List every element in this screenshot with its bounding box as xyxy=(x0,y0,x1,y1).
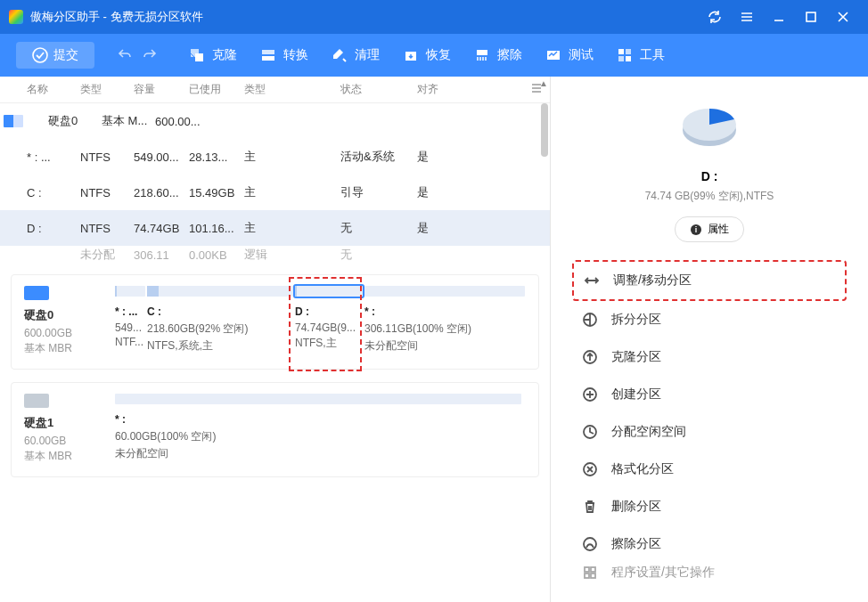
allocate-icon xyxy=(581,423,599,441)
resize-icon xyxy=(583,272,601,289)
refresh-icon[interactable] xyxy=(699,0,731,34)
partition-bar-segment[interactable] xyxy=(147,286,293,297)
action-resize[interactable]: 调整/移动分区 xyxy=(572,260,847,301)
action-label: 删除分区 xyxy=(611,499,661,515)
cell: 未分配 xyxy=(80,247,134,263)
drive-name: D : xyxy=(701,169,718,183)
table-partition-row[interactable]: 未分配306.110.00KB逻辑无 xyxy=(0,246,550,264)
action-label: 格式化分区 xyxy=(611,461,674,477)
disk-info: 硬盘160.00GB基本 MBR xyxy=(24,394,104,466)
svg-rect-25 xyxy=(585,574,589,578)
cell: 15.49GB xyxy=(189,186,244,199)
split-icon xyxy=(581,311,599,329)
recover-icon xyxy=(403,47,419,63)
action-more[interactable]: 程序设置/其它操作 xyxy=(572,563,847,582)
action-label: 创建分区 xyxy=(611,386,661,403)
disk-map-area: 硬盘0600.00GB基本 MBR * : ...549...NTF...C :… xyxy=(0,264,550,602)
disk-icon xyxy=(4,115,23,127)
cell: 活动&系统 xyxy=(340,149,417,165)
scroll-up-icon[interactable]: ▲ xyxy=(539,78,548,87)
menu-icon[interactable] xyxy=(731,0,763,34)
partition-bar-segment[interactable] xyxy=(364,286,525,297)
cell: 基本 M... xyxy=(102,113,155,129)
left-panel: 名称 类型 容量 已使用 类型 状态 对齐 硬盘0基本 M...600.00..… xyxy=(0,77,551,602)
svg-rect-10 xyxy=(626,49,631,54)
minimize-icon[interactable] xyxy=(763,0,795,34)
svg-rect-23 xyxy=(585,567,589,572)
clean-icon xyxy=(332,47,348,63)
tool-convert[interactable]: 转换 xyxy=(260,47,308,63)
cell: 主 xyxy=(244,149,340,165)
cell: 是 xyxy=(417,149,462,165)
toolbar: 提交 克隆 转换 清理 恢复 擦除 测试 工具 xyxy=(0,34,868,77)
action-split[interactable]: 拆分分区 xyxy=(572,301,847,338)
action-wipe[interactable]: 擦除分区 xyxy=(572,525,847,563)
action-label: 克隆分区 xyxy=(611,349,661,365)
col-status[interactable]: 状态 xyxy=(340,82,417,97)
app-title: 傲梅分区助手 - 免费无损分区软件 xyxy=(30,9,203,25)
action-label: 擦除分区 xyxy=(611,536,661,552)
cell: 306.11 xyxy=(134,248,189,262)
partition-bar-segment[interactable] xyxy=(115,286,145,297)
tool-clone[interactable]: 克隆 xyxy=(189,47,237,63)
table-partition-row[interactable]: D :NTFS74.74GB101.16...主无是 xyxy=(0,210,550,246)
disk-info: 硬盘0600.00GB基本 MBR xyxy=(24,286,104,358)
cell: 是 xyxy=(417,184,462,200)
partition-bar-segment[interactable] xyxy=(115,394,521,404)
action-label: 拆分分区 xyxy=(611,312,661,328)
cell: * : ... xyxy=(27,150,80,164)
tool-tools[interactable]: 工具 xyxy=(617,47,665,63)
partition-label: * :60.00GB(100% 空闲)未分配空间 xyxy=(115,413,521,463)
tool-test[interactable]: 测试 xyxy=(545,47,594,63)
undo-icon[interactable] xyxy=(118,47,132,64)
cell: 600.00... xyxy=(155,115,210,128)
cell: 主 xyxy=(244,220,340,236)
action-clone[interactable]: 克隆分区 xyxy=(572,338,847,376)
cell: D : xyxy=(27,222,80,235)
tool-wipe[interactable]: 擦除 xyxy=(474,47,522,63)
col-capacity[interactable]: 容量 xyxy=(134,82,189,97)
col-align[interactable]: 对齐 xyxy=(417,82,462,97)
close-icon[interactable] xyxy=(827,0,859,34)
table-partition-row[interactable]: C :NTFS218.60...15.49GB主引导是 xyxy=(0,175,550,210)
tool-clean[interactable]: 清理 xyxy=(332,47,380,63)
cell: 是 xyxy=(417,220,462,236)
col-type2[interactable]: 类型 xyxy=(244,82,340,97)
maximize-icon[interactable] xyxy=(795,0,827,34)
scrollbar-thumb[interactable] xyxy=(541,103,548,157)
partition-label: * : ...549...NTF... xyxy=(115,305,145,355)
col-used[interactable]: 已使用 xyxy=(189,82,244,97)
table-disk-row[interactable]: 硬盘0基本 M...600.00... xyxy=(0,103,550,139)
partition-label: * :306.11GB(100% 空闲)未分配空间 xyxy=(364,305,525,355)
redo-icon[interactable] xyxy=(143,47,157,64)
more-icon xyxy=(581,564,599,582)
svg-rect-11 xyxy=(618,56,624,61)
tool-recover[interactable]: 恢复 xyxy=(403,47,451,63)
wipe-icon xyxy=(474,47,490,63)
cell: 0.00KB xyxy=(189,248,244,262)
svg-rect-9 xyxy=(618,49,624,54)
action-create[interactable]: 创建分区 xyxy=(572,376,847,413)
action-label: 调整/移动分区 xyxy=(613,273,692,289)
action-format[interactable]: 格式化分区 xyxy=(572,451,847,488)
action-delete[interactable]: 删除分区 xyxy=(572,488,847,525)
col-name[interactable]: 名称 xyxy=(27,82,80,97)
delete-icon xyxy=(581,498,599,516)
partition-bar-segment[interactable] xyxy=(295,286,363,297)
svg-rect-4 xyxy=(262,50,274,54)
col-type1[interactable]: 类型 xyxy=(80,82,134,97)
svg-text:i: i xyxy=(695,225,698,234)
usage-pie-icon xyxy=(678,94,741,157)
cell: NTFS xyxy=(80,186,134,199)
action-allocate[interactable]: 分配空闲空间 xyxy=(572,413,847,451)
action-label: 程序设置/其它操作 xyxy=(611,565,715,581)
submit-label: 提交 xyxy=(53,47,78,63)
properties-button[interactable]: i 属性 xyxy=(675,216,744,242)
disk-icon xyxy=(24,286,49,300)
table-partition-row[interactable]: * : ...NTFS549.00...28.13...主活动&系统是 xyxy=(0,139,550,175)
disk-icon xyxy=(24,394,49,408)
cell: NTFS xyxy=(80,222,134,235)
submit-button[interactable]: 提交 xyxy=(16,42,94,69)
svg-rect-12 xyxy=(626,56,631,61)
cell: 74.74GB xyxy=(134,222,189,235)
